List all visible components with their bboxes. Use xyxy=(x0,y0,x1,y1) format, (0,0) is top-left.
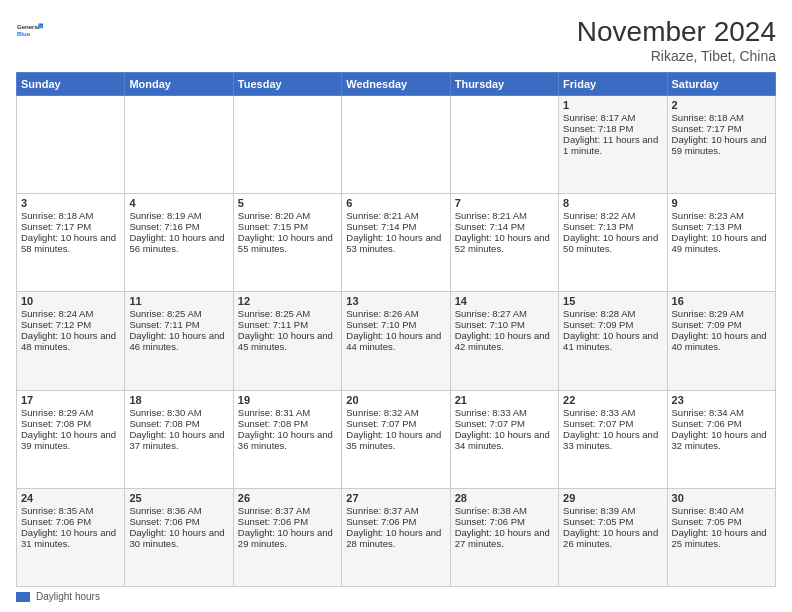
day-info: Sunset: 7:06 PM xyxy=(455,516,554,527)
day-info: Daylight: 10 hours and 26 minutes. xyxy=(563,527,662,549)
day-info: Sunrise: 8:32 AM xyxy=(346,407,445,418)
legend: Daylight hours xyxy=(16,591,776,602)
day-info: Daylight: 10 hours and 44 minutes. xyxy=(346,330,445,352)
day-info: Sunrise: 8:18 AM xyxy=(672,112,771,123)
legend-label: Daylight hours xyxy=(36,591,100,602)
day-info: Sunset: 7:09 PM xyxy=(563,319,662,330)
table-row xyxy=(342,96,450,194)
day-number: 4 xyxy=(129,197,228,209)
day-info: Daylight: 11 hours and 1 minute. xyxy=(563,134,662,156)
day-info: Sunset: 7:12 PM xyxy=(21,319,120,330)
day-number: 7 xyxy=(455,197,554,209)
table-row: 2Sunrise: 8:18 AMSunset: 7:17 PMDaylight… xyxy=(667,96,775,194)
day-info: Sunset: 7:08 PM xyxy=(21,418,120,429)
day-info: Sunset: 7:15 PM xyxy=(238,221,337,232)
table-row: 23Sunrise: 8:34 AMSunset: 7:06 PMDayligh… xyxy=(667,390,775,488)
table-row xyxy=(450,96,558,194)
day-info: Daylight: 10 hours and 28 minutes. xyxy=(346,527,445,549)
day-info: Sunset: 7:05 PM xyxy=(563,516,662,527)
day-info: Sunrise: 8:35 AM xyxy=(21,505,120,516)
day-number: 25 xyxy=(129,492,228,504)
day-number: 17 xyxy=(21,394,120,406)
table-row: 16Sunrise: 8:29 AMSunset: 7:09 PMDayligh… xyxy=(667,292,775,390)
table-row: 21Sunrise: 8:33 AMSunset: 7:07 PMDayligh… xyxy=(450,390,558,488)
day-info: Sunrise: 8:34 AM xyxy=(672,407,771,418)
table-row: 24Sunrise: 8:35 AMSunset: 7:06 PMDayligh… xyxy=(17,488,125,586)
calendar-week-row-3: 10Sunrise: 8:24 AMSunset: 7:12 PMDayligh… xyxy=(17,292,776,390)
table-row: 10Sunrise: 8:24 AMSunset: 7:12 PMDayligh… xyxy=(17,292,125,390)
day-number: 18 xyxy=(129,394,228,406)
day-number: 16 xyxy=(672,295,771,307)
day-info: Sunset: 7:11 PM xyxy=(129,319,228,330)
day-info: Sunset: 7:09 PM xyxy=(672,319,771,330)
header-tuesday: Tuesday xyxy=(233,73,341,96)
day-info: Sunset: 7:17 PM xyxy=(21,221,120,232)
day-info: Sunrise: 8:30 AM xyxy=(129,407,228,418)
day-info: Sunset: 7:07 PM xyxy=(346,418,445,429)
calendar-table: Sunday Monday Tuesday Wednesday Thursday… xyxy=(16,72,776,587)
day-info: Sunrise: 8:21 AM xyxy=(455,210,554,221)
table-row: 19Sunrise: 8:31 AMSunset: 7:08 PMDayligh… xyxy=(233,390,341,488)
header-saturday: Saturday xyxy=(667,73,775,96)
day-info: Sunrise: 8:33 AM xyxy=(455,407,554,418)
day-info: Sunset: 7:17 PM xyxy=(672,123,771,134)
day-info: Sunrise: 8:25 AM xyxy=(129,308,228,319)
day-info: Sunrise: 8:29 AM xyxy=(672,308,771,319)
table-row: 8Sunrise: 8:22 AMSunset: 7:13 PMDaylight… xyxy=(559,194,667,292)
month-title: November 2024 xyxy=(577,16,776,48)
day-info: Daylight: 10 hours and 58 minutes. xyxy=(21,232,120,254)
title-block: November 2024 Rikaze, Tibet, China xyxy=(577,16,776,64)
day-info: Sunset: 7:11 PM xyxy=(238,319,337,330)
day-info: Sunset: 7:08 PM xyxy=(129,418,228,429)
day-info: Sunset: 7:06 PM xyxy=(238,516,337,527)
day-info: Sunrise: 8:21 AM xyxy=(346,210,445,221)
day-number: 2 xyxy=(672,99,771,111)
day-number: 11 xyxy=(129,295,228,307)
day-info: Sunset: 7:08 PM xyxy=(238,418,337,429)
day-info: Sunset: 7:06 PM xyxy=(129,516,228,527)
day-number: 21 xyxy=(455,394,554,406)
day-number: 14 xyxy=(455,295,554,307)
table-row: 20Sunrise: 8:32 AMSunset: 7:07 PMDayligh… xyxy=(342,390,450,488)
table-row xyxy=(233,96,341,194)
table-row: 25Sunrise: 8:36 AMSunset: 7:06 PMDayligh… xyxy=(125,488,233,586)
day-info: Daylight: 10 hours and 53 minutes. xyxy=(346,232,445,254)
calendar-week-row-5: 24Sunrise: 8:35 AMSunset: 7:06 PMDayligh… xyxy=(17,488,776,586)
subtitle: Rikaze, Tibet, China xyxy=(577,48,776,64)
day-info: Sunrise: 8:33 AM xyxy=(563,407,662,418)
day-info: Sunrise: 8:18 AM xyxy=(21,210,120,221)
calendar-week-row-1: 1Sunrise: 8:17 AMSunset: 7:18 PMDaylight… xyxy=(17,96,776,194)
day-info: Daylight: 10 hours and 49 minutes. xyxy=(672,232,771,254)
day-number: 26 xyxy=(238,492,337,504)
day-info: Daylight: 10 hours and 35 minutes. xyxy=(346,429,445,451)
day-number: 30 xyxy=(672,492,771,504)
day-number: 23 xyxy=(672,394,771,406)
day-number: 12 xyxy=(238,295,337,307)
day-info: Daylight: 10 hours and 59 minutes. xyxy=(672,134,771,156)
table-row xyxy=(125,96,233,194)
day-info: Daylight: 10 hours and 36 minutes. xyxy=(238,429,337,451)
day-number: 10 xyxy=(21,295,120,307)
table-row: 29Sunrise: 8:39 AMSunset: 7:05 PMDayligh… xyxy=(559,488,667,586)
table-row: 5Sunrise: 8:20 AMSunset: 7:15 PMDaylight… xyxy=(233,194,341,292)
day-info: Sunrise: 8:24 AM xyxy=(21,308,120,319)
day-info: Daylight: 10 hours and 56 minutes. xyxy=(129,232,228,254)
day-number: 28 xyxy=(455,492,554,504)
day-number: 9 xyxy=(672,197,771,209)
day-number: 27 xyxy=(346,492,445,504)
day-info: Sunrise: 8:28 AM xyxy=(563,308,662,319)
day-info: Daylight: 10 hours and 42 minutes. xyxy=(455,330,554,352)
day-info: Sunrise: 8:27 AM xyxy=(455,308,554,319)
day-number: 6 xyxy=(346,197,445,209)
table-row: 27Sunrise: 8:37 AMSunset: 7:06 PMDayligh… xyxy=(342,488,450,586)
table-row: 12Sunrise: 8:25 AMSunset: 7:11 PMDayligh… xyxy=(233,292,341,390)
day-number: 8 xyxy=(563,197,662,209)
page: GeneralBlue November 2024 Rikaze, Tibet,… xyxy=(0,0,792,612)
day-info: Daylight: 10 hours and 46 minutes. xyxy=(129,330,228,352)
day-info: Daylight: 10 hours and 40 minutes. xyxy=(672,330,771,352)
day-info: Sunrise: 8:22 AM xyxy=(563,210,662,221)
day-info: Daylight: 10 hours and 30 minutes. xyxy=(129,527,228,549)
day-info: Sunrise: 8:38 AM xyxy=(455,505,554,516)
day-info: Sunset: 7:18 PM xyxy=(563,123,662,134)
day-info: Sunrise: 8:36 AM xyxy=(129,505,228,516)
